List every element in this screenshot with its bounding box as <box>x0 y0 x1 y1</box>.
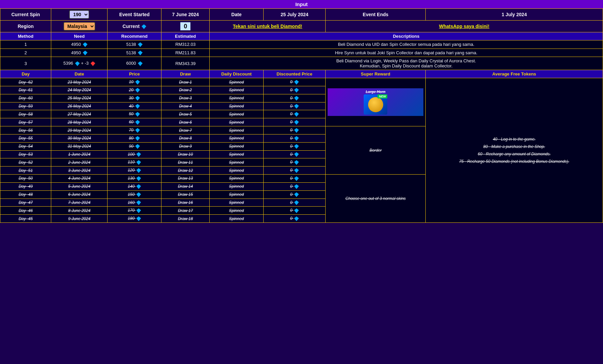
diamond-icon <box>294 120 299 125</box>
diamond-icon <box>136 192 141 197</box>
event-started-label: Event Started <box>108 9 161 21</box>
diamond-icon <box>294 80 299 85</box>
horn-circle-icon <box>368 97 383 112</box>
diamond-icon <box>138 42 143 47</box>
diamond-icon <box>294 176 299 181</box>
method-row-2: 2 4950 5138 RM211.83 Hire Synn untuk bua… <box>0 49 603 57</box>
draw-col-header: Draw <box>161 70 210 78</box>
diamond-icon <box>83 42 88 47</box>
free-token-item-2: 80 - Make a purchase in the Shop. <box>428 144 601 149</box>
current-spin-value[interactable]: 190 <box>51 9 108 21</box>
diamond-icon <box>294 184 299 189</box>
red-diamond-icon <box>91 61 95 66</box>
large-horn-reward: Large Horn NEW <box>326 78 426 126</box>
method-1-desc: Beli Diamond via UID dan Spin Collector … <box>210 40 603 49</box>
whatsapp-link[interactable]: WhatsApp saya disini! <box>326 21 603 32</box>
diamond-icon <box>135 96 140 101</box>
super-reward-col-header: Super Reward <box>326 70 426 78</box>
diamond-icon <box>294 208 299 213</box>
diamond-icon <box>136 216 141 221</box>
recommend-col-header: Recommend <box>108 32 161 40</box>
discounted-price-col-header: Discounted Price <box>263 70 325 78</box>
diamond-icon <box>136 176 141 181</box>
diamond-icon <box>135 144 140 149</box>
diamond-icon <box>294 192 299 197</box>
region-select-cell[interactable]: Malaysia <box>51 21 108 32</box>
free-token-item-1: 40 - Log in to the game. <box>428 137 601 142</box>
method-3-desc: Beli Diamond via Login, Weekly Pass dan … <box>210 57 603 70</box>
skin-reward: Choose one out of 3 normal skins <box>326 175 426 223</box>
method-2-num: 2 <box>0 49 51 57</box>
diamond-icon <box>294 104 299 109</box>
diamond-icon <box>136 184 141 189</box>
day-col-header: Day <box>0 70 51 78</box>
day-row-62: Day -62 23 May 2024 10 Draw 1 Spinned 0 … <box>0 78 603 86</box>
diamond-icon <box>294 152 299 157</box>
method-2-need: 4950 <box>51 49 108 57</box>
diamond-icon <box>135 128 140 133</box>
diamond-icon <box>136 168 141 173</box>
free-tokens-cell: 40 - Log in to the game. 80 - Make a pur… <box>426 78 603 223</box>
diamond-icon <box>83 51 88 55</box>
daily-discount-col-header: Daily Discount <box>210 70 264 78</box>
price-col-header: Price <box>108 70 161 78</box>
descriptions-col-header: Descriptions <box>210 32 603 40</box>
diamond-icon <box>75 61 80 66</box>
current-diamond-value: 0 <box>161 21 210 32</box>
diamond-icon <box>294 200 299 205</box>
date-value: 25 July 2024 <box>263 9 325 21</box>
current-diamond-label: Current <box>108 21 161 32</box>
diamond-icon <box>294 136 299 141</box>
diamond-icon <box>294 96 299 101</box>
diamond-icon <box>294 216 299 221</box>
avg-free-tokens-col-header: Average Free Tokens <box>426 70 603 78</box>
diamond-icon <box>136 152 141 157</box>
method-1-recommend: 5138 <box>108 40 161 49</box>
new-badge: NEW <box>378 94 387 98</box>
diamond-icon <box>135 112 140 117</box>
method-1-estimated: RM312.03 <box>161 40 210 49</box>
method-row-3: 3 5396 + -3 6000 RM343.39 Beli Diamond v… <box>0 57 603 70</box>
diamond-icon <box>135 80 140 85</box>
method-row-1: 1 4950 5138 RM312.03 Beli Diamond via UI… <box>0 40 603 49</box>
diamond-icon <box>136 160 141 165</box>
diamond-icon <box>294 144 299 149</box>
header-row-1: Current Spin 190 Event Started 7 June 20… <box>0 9 603 21</box>
diamond-icon <box>142 24 146 29</box>
method-1-need: 4950 <box>51 40 108 49</box>
event-ends-value: 1 July 2024 <box>426 9 603 21</box>
method-3-recommend: 6000 <box>108 57 161 70</box>
diamond-icon <box>138 61 143 66</box>
diamond-icon <box>294 160 299 165</box>
page-title: Input <box>0 0 603 8</box>
free-token-item-4: 75 - Recharge 50 Diamonds (not including… <box>428 159 601 164</box>
diamond-icon <box>294 168 299 173</box>
method-3-estimated: RM343.39 <box>161 57 210 70</box>
spin-select[interactable]: 190 <box>69 10 89 19</box>
diamond-icon <box>136 200 141 205</box>
date-col-header: Date <box>51 70 108 78</box>
method-1-num: 1 <box>0 40 51 49</box>
region-label: Region <box>0 21 51 32</box>
event-started-value: 7 June 2024 <box>161 9 210 21</box>
border-reward: Border <box>326 126 426 175</box>
diamond-icon <box>294 128 299 133</box>
method-2-recommend: 5138 <box>108 49 161 57</box>
event-ends-label: Event Ends <box>326 9 426 21</box>
large-horn-label: Large Horn <box>329 90 422 94</box>
method-2-estimated: RM211.83 <box>161 49 210 57</box>
need-col-header: Need <box>51 32 108 40</box>
buy-diamond-link[interactable]: Tekan sini untuk beli Diamond! <box>210 21 326 32</box>
estimated-col-header: Estimated <box>161 32 210 40</box>
region-select[interactable]: Malaysia <box>63 22 95 31</box>
free-token-item-3: 60 - Recharge any amount of Diamonds. <box>428 152 601 156</box>
diamond-icon <box>294 88 299 93</box>
method-2-desc: Hire Synn untuk buat Joki Spin Collector… <box>210 49 603 57</box>
diamond-icon <box>135 104 140 109</box>
method-3-num: 3 <box>0 57 51 70</box>
header-row-2: Region Malaysia Current 0 Tekan sini unt… <box>0 21 603 32</box>
diamond-icon <box>294 112 299 117</box>
method-3-need: 5396 + -3 <box>51 57 108 70</box>
date-label: Date <box>210 9 264 21</box>
current-spin-label: Current Spin <box>0 9 51 21</box>
